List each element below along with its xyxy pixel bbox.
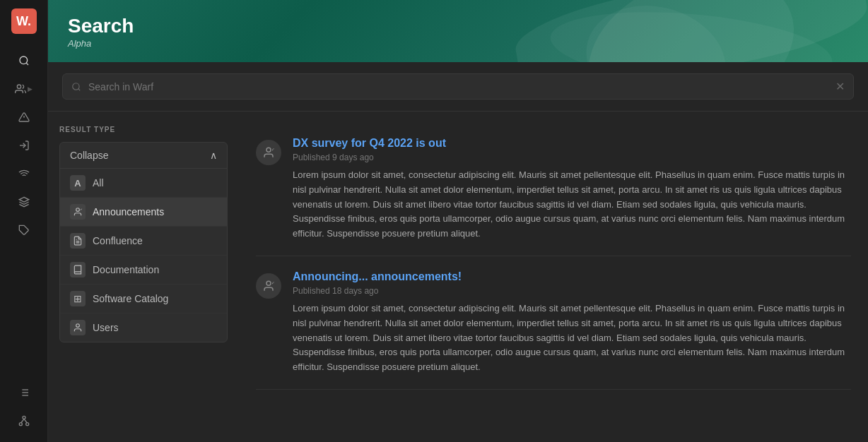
filter-item-label-all: All (93, 177, 104, 189)
svg-point-20 (76, 208, 80, 212)
body-area: RESULT TYPE Collapse ∧ A All (48, 112, 868, 442)
filter-label: RESULT TYPE (59, 126, 228, 133)
result-text-1: Lorem ipsum dolor sit amet, consectetur … (293, 168, 851, 241)
table-row: DX survey for Q4 2022 is out Published 9… (256, 123, 851, 256)
svg-point-16 (25, 423, 28, 426)
result-title-1[interactable]: DX survey for Q4 2022 is out (293, 137, 851, 150)
page-title: Search (68, 14, 848, 38)
announcements-avatar (256, 140, 281, 165)
result-meta-2: Published 18 days ago (293, 286, 851, 296)
svg-point-1 (17, 85, 20, 88)
svg-point-0 (20, 56, 28, 64)
result-meta-1: Published 9 days ago (293, 153, 851, 162)
filter-item-label-announcements: Announcements (93, 206, 164, 217)
sidebar: W. ▶ (0, 0, 48, 442)
content-area: ✕ RESULT TYPE Collapse ∧ A All (48, 62, 868, 442)
svg-point-25 (266, 281, 271, 285)
results-panel: DX survey for Q4 2022 is out Published 9… (239, 112, 868, 442)
main-area: Search Alpha ✕ RESULT TYPE Collapse (48, 0, 868, 442)
chevron-up-icon: ∧ (210, 150, 217, 161)
sidebar-item-alert[interactable] (11, 104, 37, 130)
filter-icon-users (70, 320, 86, 335)
app-logo[interactable]: W. (11, 8, 37, 34)
filter-item-users[interactable]: Users (60, 313, 227, 342)
sidebar-item-wifi[interactable] (11, 161, 37, 186)
filter-item-software-catalog[interactable]: ⊞ Software Catalog (60, 285, 227, 313)
filter-collapse-label: Collapse (70, 150, 108, 161)
sidebar-item-nodes[interactable] (11, 408, 37, 434)
filter-collapse-button[interactable]: Collapse ∧ (60, 143, 227, 169)
svg-point-23 (76, 324, 80, 328)
result-title-2[interactable]: Announcing... announcements! (293, 270, 851, 283)
result-text-2: Lorem ipsum dolor sit amet, consectetur … (293, 301, 851, 375)
sidebar-item-people[interactable]: ▶ (11, 76, 37, 102)
filter-icon-documentation (70, 262, 86, 277)
result-body-1: DX survey for Q4 2022 is out Published 9… (293, 137, 851, 241)
filter-panel: RESULT TYPE Collapse ∧ A All (48, 112, 239, 442)
svg-point-15 (19, 423, 22, 426)
filter-item-label-users: Users (93, 322, 119, 333)
table-row: Announcing... announcements! Published 1… (256, 256, 851, 390)
search-bar-container: ✕ (48, 62, 868, 112)
filter-item-label-software-catalog: Software Catalog (93, 293, 168, 304)
svg-point-24 (266, 148, 271, 152)
sidebar-item-search[interactable] (11, 48, 37, 73)
sidebar-item-puzzle[interactable] (11, 217, 37, 243)
filter-item-label-confluence: Confluence (93, 235, 143, 246)
filter-item-all[interactable]: A All (60, 169, 227, 198)
filter-item-documentation[interactable]: Documentation (60, 256, 227, 285)
sidebar-item-layers[interactable] (11, 189, 37, 215)
filter-icon-all: A (70, 175, 86, 191)
sidebar-item-signin[interactable] (11, 133, 37, 158)
svg-point-14 (23, 416, 25, 419)
svg-line-17 (20, 419, 23, 423)
filter-icon-confluence (70, 233, 86, 249)
svg-marker-6 (19, 197, 28, 202)
svg-line-18 (24, 419, 27, 423)
search-bar-icon (71, 82, 81, 92)
search-input[interactable] (88, 81, 828, 92)
page-subtitle: Alpha (68, 38, 848, 49)
search-bar[interactable]: ✕ (62, 73, 854, 100)
filter-item-label-documentation: Documentation (93, 264, 159, 275)
sidebar-item-list[interactable] (11, 380, 37, 405)
search-close-icon[interactable]: ✕ (835, 80, 845, 93)
filter-item-confluence[interactable]: Confluence (60, 227, 227, 256)
result-body-2: Announcing... announcements! Published 1… (293, 270, 851, 375)
announcements-avatar-2 (256, 273, 281, 299)
page-header: Search Alpha (48, 0, 868, 62)
filter-icon-software-catalog: ⊞ (70, 291, 86, 306)
filter-dropdown: Collapse ∧ A All (59, 142, 228, 342)
filter-icon-announcements (70, 204, 86, 220)
svg-point-19 (73, 83, 79, 89)
filter-item-announcements[interactable]: Announcements (60, 198, 227, 227)
